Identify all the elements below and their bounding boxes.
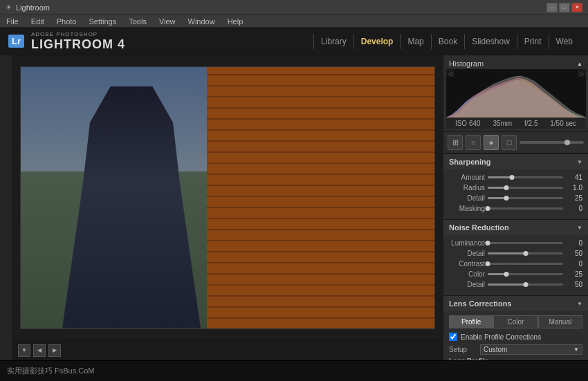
lens-tabs: Profile Color Manual (449, 315, 582, 328)
noise-luminance-label: Luminance (449, 239, 485, 247)
sharpening-header[interactable]: Sharpening ▼ (443, 154, 588, 169)
filmstrip-toggle[interactable]: ▼ (18, 344, 30, 357)
app-title: LIGHTROOM 4 (31, 37, 125, 52)
photo-container[interactable]: 967499 POCO 摄影专题 http://photo.poco.cn/ (12, 55, 443, 340)
lens-tab-color[interactable]: Color (493, 315, 538, 328)
enable-profile-row: Enable Profile Corrections (449, 333, 582, 341)
sharpening-section: Sharpening ▼ Amount 41 Radius (443, 154, 588, 219)
module-print[interactable]: Print (517, 34, 549, 49)
sharpening-amount-fill (488, 176, 512, 178)
hist-clipping-left[interactable]: ◁ (446, 69, 454, 77)
module-develop[interactable]: Develop (353, 34, 401, 49)
module-slideshow[interactable]: Slideshow (464, 34, 517, 49)
hist-clipping-right[interactable]: ▷ (578, 69, 586, 77)
filmstrip-prev[interactable]: ◀ (33, 344, 46, 357)
titlebar: ☀ Lightroom — □ ✕ (0, 0, 588, 15)
noise-lum-detail-value: 50 (566, 250, 582, 257)
sharpening-amount-row: Amount 41 (449, 174, 582, 181)
main-content: 967499 POCO 摄影专题 http://photo.poco.cn/ ▼… (0, 55, 588, 360)
menu-view[interactable]: View (157, 17, 178, 26)
menu-file[interactable]: File (4, 17, 21, 26)
tool-slider[interactable] (520, 141, 584, 144)
sharpening-detail-value: 25 (566, 194, 582, 202)
tool-crop[interactable]: ⊞ (448, 135, 463, 150)
minimize-button[interactable]: — (546, 3, 558, 12)
menu-edit[interactable]: Edit (29, 17, 46, 26)
sharpening-amount-track[interactable] (488, 176, 563, 178)
sharpening-radius-label: Radius (449, 184, 485, 192)
noise-reduction-section: Noise Reduction ▼ Luminance 0 Detail (443, 219, 588, 295)
enable-profile-checkbox[interactable] (449, 333, 457, 341)
module-web[interactable]: Web (549, 34, 580, 49)
sharpening-amount-thumb (509, 175, 514, 180)
sharpening-amount-value: 41 (566, 174, 582, 181)
menu-window[interactable]: Window (186, 17, 217, 26)
titlebar-title: Lightroom (16, 3, 50, 12)
bottom-status-text: 实用摄影技巧 FsBus.CoM (7, 366, 95, 376)
noise-color-detail-track[interactable] (488, 284, 563, 286)
noise-lum-detail-fill (488, 252, 526, 254)
lens-profile-header: Lens Profile (449, 357, 582, 360)
sharpening-triangle: ▼ (577, 159, 582, 165)
noise-color-value: 25 (566, 270, 582, 278)
menu-help[interactable]: Help (226, 17, 246, 26)
noise-lum-detail-track[interactable] (488, 252, 563, 254)
sharpening-detail-track[interactable] (488, 197, 563, 199)
camera-aperture: f/2.5 (524, 120, 538, 127)
sharpening-masking-thumb (486, 206, 490, 211)
nav-modules: Library Develop Map Book Slideshow Print… (313, 34, 580, 49)
noise-contrast-thumb (486, 261, 490, 266)
noise-color-detail-fill (488, 284, 526, 286)
histogram-label: Histogram (449, 59, 484, 68)
titlebar-icon: ☀ (6, 3, 12, 11)
histogram-canvas: ◁ ▷ (446, 69, 586, 118)
tool-slider-knob (564, 140, 570, 145)
sharpening-label: Sharpening (449, 158, 491, 166)
noise-luminance-track[interactable] (488, 242, 563, 244)
menu-settings[interactable]: Settings (86, 17, 118, 26)
sharpening-masking-row: Masking 0 (449, 205, 582, 212)
lens-corrections-body: Profile Color Manual Enable Profile Corr… (443, 311, 588, 360)
noise-reduction-header[interactable]: Noise Reduction ▼ (443, 220, 588, 235)
menu-tools[interactable]: Tools (127, 17, 149, 26)
camera-focal: 35mm (493, 120, 512, 127)
lens-setup-value: Custom (484, 346, 507, 353)
module-book[interactable]: Book (431, 34, 464, 49)
lens-setup-dropdown[interactable]: Custom ▼ (480, 344, 582, 355)
close-button[interactable]: ✕ (571, 3, 582, 12)
tool-redeye[interactable]: ● (484, 135, 499, 150)
noise-luminance-row: Luminance 0 (449, 239, 582, 247)
noise-color-detail-row: Detail 50 (449, 281, 582, 288)
sharpening-radius-value: 1.0 (566, 184, 582, 192)
sharpening-radius-row: Radius 1.0 (449, 184, 582, 192)
tool-row: ⊞ ○ ● □ (443, 131, 588, 154)
noise-lum-detail-thumb (523, 251, 528, 256)
camera-shutter: 1/50 sec (550, 120, 576, 127)
sharpening-masking-value: 0 (566, 205, 582, 212)
maximize-button[interactable]: □ (559, 3, 570, 12)
noise-color-track[interactable] (488, 273, 563, 275)
noise-reduction-triangle: ▼ (577, 225, 582, 231)
lens-setup-arrow: ▼ (573, 346, 579, 353)
lens-corrections-header[interactable]: Lens Corrections ▼ (443, 296, 588, 311)
noise-contrast-track[interactable] (488, 263, 563, 265)
filmstrip-next[interactable]: ▶ (48, 344, 61, 357)
module-map[interactable]: Map (400, 34, 430, 49)
lens-tab-manual[interactable]: Manual (538, 315, 582, 328)
histogram-chart (446, 69, 586, 118)
histogram-triangle: ▲ (577, 61, 582, 67)
tool-gradient[interactable]: □ (502, 135, 517, 150)
menu-photo[interactable]: Photo (55, 17, 79, 26)
sharpening-radius-track[interactable] (488, 187, 563, 189)
filmstrip: ▼ ◀ ▶ (12, 340, 443, 360)
noise-reduction-label: Noise Reduction (449, 223, 509, 232)
tool-spot[interactable]: ○ (466, 135, 481, 150)
sharpening-masking-track[interactable] (488, 207, 563, 210)
bottom-bar: 实用摄影技巧 FsBus.CoM (0, 360, 588, 381)
module-library[interactable]: Library (313, 34, 353, 49)
enable-profile-label: Enable Profile Corrections (461, 333, 541, 341)
lens-tab-profile[interactable]: Profile (449, 315, 493, 328)
brick-wall (207, 67, 434, 328)
right-panel: Histogram ▲ ◁ ▷ (443, 55, 588, 360)
noise-reduction-body: Luminance 0 Detail 50 (443, 235, 588, 295)
